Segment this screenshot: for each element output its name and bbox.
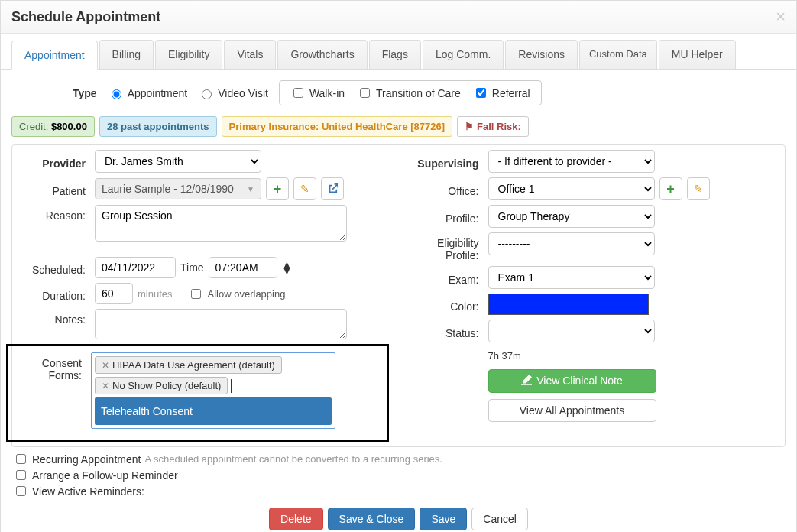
flag-icon — [465, 121, 474, 132]
time-label: Time — [180, 261, 204, 274]
plus-icon: + — [274, 181, 282, 197]
consent-multiselect[interactable]: ✕ HIPAA Data Use Agreement (default) ✕ N… — [91, 352, 335, 429]
office-label: Office: — [404, 180, 488, 197]
tab-eligibility[interactable]: Eligibility — [155, 40, 222, 69]
remove-tag-icon[interactable]: ✕ — [102, 381, 109, 391]
active-reminders-row[interactable]: View Active Reminders: — [13, 484, 786, 498]
credit-badge: Credit: $800.00 — [11, 116, 95, 137]
tab-appointment[interactable]: Appointment — [11, 41, 98, 70]
provider-select[interactable]: Dr. James Smith — [95, 150, 261, 173]
color-swatch[interactable] — [488, 294, 649, 315]
active-reminders-checkbox[interactable] — [16, 486, 26, 496]
notes-label: Notes: — [12, 309, 95, 326]
minutes-label: minutes — [138, 288, 173, 300]
status-select[interactable] — [488, 320, 655, 342]
duration-label: Duration: — [12, 285, 95, 302]
cancel-button[interactable]: Cancel — [471, 508, 528, 530]
edit-office-button[interactable] — [687, 177, 710, 200]
page-title: Schedule Appointment — [11, 9, 160, 25]
consent-label: Consent Forms: — [15, 352, 91, 381]
chevron-down-icon: ▼ — [247, 185, 254, 193]
scheduled-date-input[interactable] — [95, 257, 176, 278]
followup-checkbox[interactable] — [16, 470, 26, 480]
patient-label: Patient — [12, 180, 95, 197]
open-patient-button[interactable] — [321, 177, 344, 200]
view-clinical-note-button[interactable]: View Clinical Note — [488, 369, 656, 393]
checkbox-transition[interactable] — [360, 88, 370, 98]
type-appointment-radio[interactable]: Appointment — [108, 87, 188, 99]
pencil-icon — [300, 183, 309, 195]
profile-label: Profile: — [404, 208, 488, 225]
save-close-button[interactable]: Save & Close — [328, 508, 416, 530]
consent-option-telehealth[interactable]: Telehealth Consent — [95, 397, 332, 425]
provider-label: Provider — [12, 153, 95, 170]
notes-textarea[interactable] — [95, 309, 347, 339]
reason-textarea[interactable]: Group Session — [95, 205, 347, 242]
time-under: 7h 37m — [488, 350, 781, 362]
tab-flags[interactable]: Flags — [369, 40, 421, 69]
tab-mu-helper[interactable]: MU Helper — [659, 40, 736, 69]
fall-risk-badge: Fall Risk: — [457, 116, 529, 137]
profile-select[interactable]: Group Therapy — [488, 205, 655, 228]
edit-note-icon — [521, 375, 532, 388]
consent-highlight: Consent Forms: ✕ HIPAA Data Use Agreemen… — [6, 344, 389, 442]
tab-billing[interactable]: Billing — [99, 40, 154, 69]
duration-input[interactable] — [95, 283, 133, 304]
save-button[interactable]: Save — [420, 508, 467, 530]
pencil-icon — [694, 183, 703, 195]
insurance-badge: Primary Insurance: United HealthCare [87… — [222, 116, 453, 137]
remove-tag-icon[interactable]: ✕ — [102, 360, 109, 371]
add-office-button[interactable]: + — [659, 177, 682, 200]
reason-label: Reason: — [12, 205, 95, 222]
share-icon — [327, 183, 338, 196]
checkbox-referral[interactable] — [476, 88, 486, 98]
transition-check[interactable]: Transition of Care — [357, 86, 461, 100]
close-icon[interactable]: × — [776, 8, 786, 25]
time-stepper[interactable]: ▲▼ — [282, 261, 293, 274]
tab-bar: Appointment Billing Eligibility Vitals G… — [1, 34, 796, 70]
scheduled-label: Scheduled: — [12, 259, 95, 276]
supervising-label: Supervising — [404, 153, 488, 170]
consent-tag-noshow: ✕ No Show Policy (default) — [95, 377, 228, 394]
plus-icon: + — [666, 181, 675, 197]
text-cursor — [231, 379, 232, 393]
checkbox-walkin[interactable] — [293, 88, 303, 98]
exam-select[interactable]: Exam 1 — [488, 266, 655, 289]
recurring-note: A scheduled appointment cannot be conver… — [144, 453, 442, 465]
radio-video[interactable] — [202, 89, 212, 99]
exam-label: Exam: — [404, 269, 488, 286]
add-patient-button[interactable]: + — [266, 177, 289, 200]
color-label: Color: — [404, 296, 488, 313]
type-label: Type — [73, 87, 97, 99]
allow-overlap-checkbox[interactable] — [191, 289, 201, 299]
delete-button[interactable]: Delete — [269, 508, 322, 530]
edit-patient-button[interactable] — [293, 177, 316, 200]
type-video-radio[interactable]: Video Visit — [198, 87, 268, 99]
referral-check[interactable]: Referral — [473, 86, 530, 100]
office-select[interactable]: Office 1 — [488, 177, 655, 200]
tab-custom-data[interactable]: Custom Data — [579, 40, 657, 69]
scheduled-time-input[interactable] — [209, 257, 277, 278]
tab-log-comm[interactable]: Log Comm. — [423, 40, 504, 69]
walkin-check[interactable]: Walk-in — [290, 86, 345, 100]
view-all-appointments-button[interactable]: View All Appointments — [488, 399, 656, 422]
tab-revisions[interactable]: Revisions — [505, 40, 578, 69]
recurring-row[interactable]: Recurring Appointment A scheduled appoin… — [13, 452, 786, 466]
eligibility-profile-label: Eligibility Profile: — [404, 232, 488, 261]
allow-overlap-label: Allow overlapping — [208, 288, 286, 300]
recurring-checkbox[interactable] — [16, 454, 26, 464]
patient-select[interactable]: Laurie Sample - 12/08/1990 ▼ — [95, 178, 261, 200]
tab-growthcharts[interactable]: Growthcharts — [277, 40, 367, 69]
followup-row[interactable]: Arrange a Follow-up Reminder — [13, 468, 786, 482]
radio-appointment[interactable] — [112, 89, 121, 99]
past-appointments-badge[interactable]: 28 past appointments — [99, 116, 217, 137]
eligibility-profile-select[interactable]: --------- — [488, 232, 655, 255]
status-label: Status: — [404, 323, 488, 339]
consent-tag-hipaa: ✕ HIPAA Data Use Agreement (default) — [95, 356, 282, 374]
tab-vitals[interactable]: Vitals — [224, 40, 276, 69]
supervising-select[interactable]: - If different to provider - — [488, 150, 655, 173]
